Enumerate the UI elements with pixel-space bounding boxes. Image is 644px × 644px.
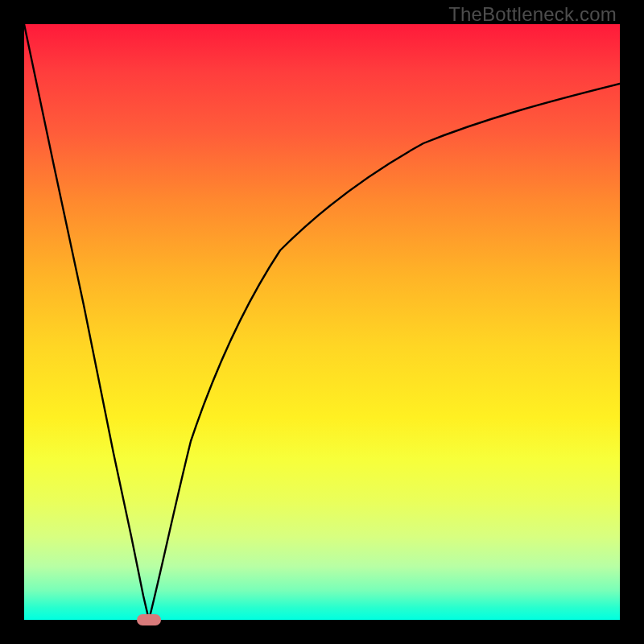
chart-plot-area xyxy=(24,24,620,620)
curve-left-branch xyxy=(24,24,149,620)
curve-right-branch xyxy=(149,84,620,620)
watermark-text: TheBottleneck.com xyxy=(448,3,617,26)
chart-frame: TheBottleneck.com xyxy=(0,0,644,644)
optimal-marker xyxy=(137,614,161,625)
bottleneck-curve xyxy=(24,24,620,620)
